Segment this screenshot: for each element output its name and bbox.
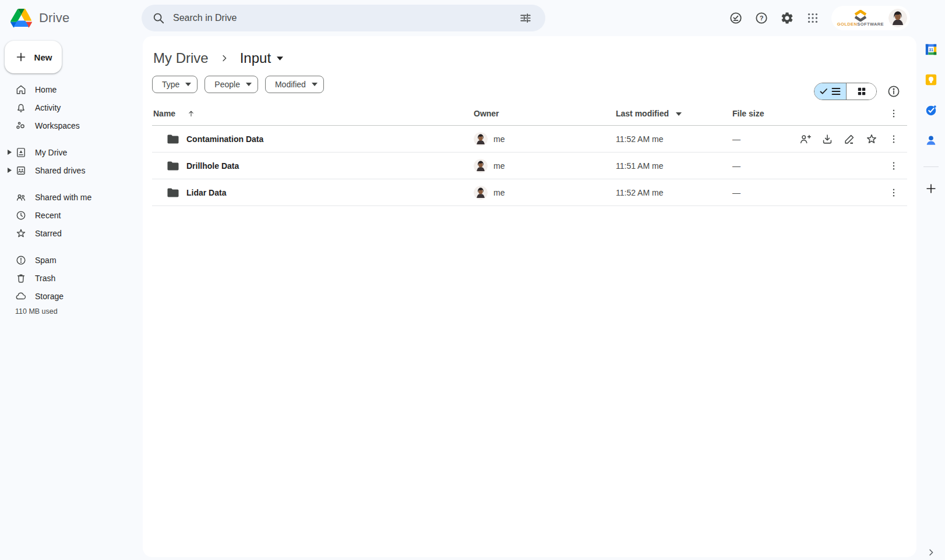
expand-arrow-icon[interactable]	[8, 150, 12, 155]
file-name-cell: Drillhole Data	[152, 159, 474, 173]
svg-text:31: 31	[929, 48, 933, 52]
folder-icon	[165, 186, 179, 200]
share-add-person-icon[interactable]	[798, 132, 813, 147]
main-content-card: My Drive Input Type People	[143, 36, 916, 557]
search-input[interactable]	[173, 13, 514, 23]
help-icon[interactable]: ?	[750, 6, 773, 30]
golden-software-logo: GOLDENSOFTWARE	[837, 10, 884, 27]
more-options-icon[interactable]	[886, 185, 901, 200]
sidebar-item-starred[interactable]: Starred	[0, 224, 137, 242]
header-actions	[796, 106, 907, 121]
breadcrumb-chevron-icon	[219, 53, 230, 63]
advanced-search-tune-icon[interactable]	[514, 6, 537, 30]
sidebar-item-trash[interactable]: Trash	[0, 269, 137, 287]
drive-brand[interactable]: Drive	[0, 9, 142, 28]
clock-icon	[15, 210, 27, 221]
sidebar-nav: Home Activity Workspaces	[0, 80, 142, 316]
grid-icon	[857, 87, 866, 96]
sidebar-item-recent[interactable]: Recent	[0, 206, 137, 224]
sidebar-item-shared-drives[interactable]: Shared drives	[0, 161, 137, 179]
file-row-lidar-data[interactable]: Lidar Data me 11:52 AM me —	[152, 179, 907, 206]
account-pill[interactable]: GOLDENSOFTWARE	[831, 6, 910, 30]
offline-status-icon[interactable]	[724, 6, 747, 30]
more-options-icon[interactable]	[886, 106, 901, 121]
rename-pencil-icon[interactable]	[842, 132, 857, 147]
row-actions	[796, 158, 907, 173]
caret-down-icon	[676, 112, 682, 116]
tasks-icon[interactable]	[925, 104, 937, 116]
sidebar-item-label: Storage	[35, 292, 64, 301]
grid-view-button[interactable]	[847, 83, 876, 100]
info-icon[interactable]	[886, 84, 901, 99]
hide-side-panel-chevron[interactable]	[916, 547, 945, 558]
owner-label: me	[493, 188, 505, 197]
owner-label: me	[493, 161, 505, 171]
column-header-modified[interactable]: Last modified	[616, 109, 732, 118]
list-view-button[interactable]	[814, 83, 847, 100]
calendar-icon[interactable]: 31	[925, 43, 937, 56]
size-cell: —	[732, 134, 796, 144]
star-icon[interactable]	[864, 132, 879, 147]
file-row-contamination-data[interactable]: Contamination Data me 11:52 AM me —	[152, 126, 907, 153]
new-button[interactable]: New	[5, 41, 62, 73]
breadcrumb-my-drive[interactable]: My Drive	[153, 50, 209, 66]
breadcrumb-current-label: Input	[240, 50, 271, 66]
download-icon[interactable]	[820, 132, 835, 147]
file-name[interactable]: Drillhole Data	[186, 161, 239, 171]
sidebar-item-workspaces[interactable]: Workspaces	[0, 116, 137, 134]
search-icon[interactable]	[152, 12, 165, 24]
sidebar-item-shared-with-me[interactable]: Shared with me	[0, 188, 137, 206]
topbar-actions: ? GOLDENSOFTWARE	[724, 6, 910, 30]
sidebar-item-label: Shared with me	[35, 193, 91, 202]
star-icon	[15, 228, 27, 239]
sidebar-item-activity[interactable]: Activity	[0, 98, 137, 116]
sidebar-item-label: Trash	[35, 274, 55, 283]
filter-chip-type[interactable]: Type	[152, 76, 198, 93]
search-bar[interactable]	[142, 5, 545, 31]
filter-chip-people[interactable]: People	[204, 76, 258, 93]
modified-cell: 11:52 AM me	[616, 188, 732, 197]
expand-arrow-icon[interactable]	[8, 168, 12, 173]
header-label: Name	[153, 109, 175, 118]
owner-label: me	[493, 134, 505, 144]
filter-chips: Type People Modified	[152, 76, 916, 93]
file-name[interactable]: Contamination Data	[186, 134, 263, 144]
user-avatar[interactable]	[888, 9, 907, 27]
trash-icon	[15, 272, 27, 284]
caret-down-icon	[185, 83, 191, 86]
more-options-icon[interactable]	[886, 132, 901, 147]
sidebar-item-label: Shared drives	[35, 166, 85, 175]
list-icon	[831, 87, 841, 95]
column-header-owner[interactable]: Owner	[474, 109, 616, 118]
google-apps-grid-icon[interactable]	[801, 6, 824, 30]
sort-arrow-up-icon	[187, 109, 195, 118]
file-row-drillhole-data[interactable]: Drillhole Data me 11:51 AM me —	[152, 153, 907, 179]
contacts-icon[interactable]	[925, 134, 937, 147]
left-sidebar: New Home Activity Workspaces	[0, 36, 142, 560]
modified-cell: 11:51 AM me	[616, 161, 732, 171]
svg-text:?: ?	[759, 15, 763, 22]
chip-label: Modified	[275, 80, 306, 89]
file-name[interactable]: Lidar Data	[186, 188, 226, 197]
sidebar-item-home[interactable]: Home	[0, 80, 137, 98]
my-drive-icon	[15, 147, 27, 158]
more-options-icon[interactable]	[886, 158, 901, 173]
column-header-name[interactable]: Name	[152, 109, 474, 118]
sidebar-item-spam[interactable]: Spam	[0, 251, 137, 269]
sidebar-item-label: My Drive	[35, 148, 67, 157]
shared-drives-icon	[15, 165, 27, 176]
sidebar-item-my-drive[interactable]: My Drive	[0, 143, 137, 161]
sidebar-item-storage[interactable]: Storage	[0, 287, 137, 305]
keep-icon[interactable]	[925, 73, 937, 86]
owner-cell: me	[474, 132, 616, 146]
folder-icon	[165, 159, 179, 173]
folder-icon	[165, 132, 179, 146]
people-icon	[15, 192, 27, 203]
column-header-size[interactable]: File size	[732, 109, 796, 118]
get-add-ons-plus-icon[interactable]	[925, 182, 937, 195]
row-actions	[796, 185, 907, 200]
filter-chip-modified[interactable]: Modified	[265, 76, 324, 93]
settings-gear-icon[interactable]	[775, 6, 799, 30]
breadcrumb-current-folder[interactable]: Input	[240, 50, 283, 66]
new-button-label: New	[34, 52, 52, 62]
